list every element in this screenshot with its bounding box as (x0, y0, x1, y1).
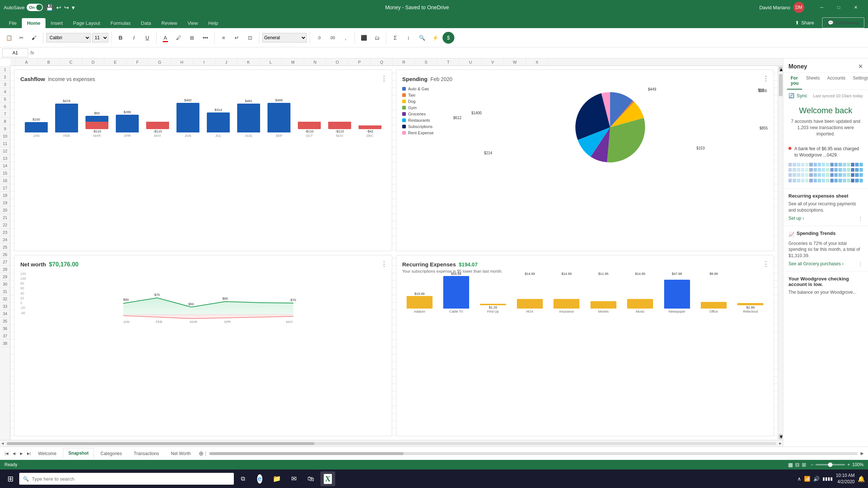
comments-button[interactable]: 💬 Comments (822, 17, 864, 28)
sheet-tab-net-worth[interactable]: Net Worth (165, 448, 196, 458)
italic-button[interactable]: I (128, 32, 140, 44)
setup-link[interactable]: Set up › (788, 216, 804, 221)
zoom-in-button[interactable]: + (847, 462, 850, 467)
sheet-nav-last[interactable]: ▶| (25, 450, 33, 457)
tab-formulas[interactable]: Formulas (105, 18, 136, 28)
networth-menu[interactable]: ⋮ (381, 260, 387, 268)
number-format-selector[interactable]: General (262, 33, 307, 43)
zoom-slider[interactable] (815, 464, 845, 465)
vertical-scrollbar[interactable]: ▲ ▼ (778, 66, 783, 440)
start-button[interactable]: ⊞ (3, 471, 18, 486)
spending-more-icon[interactable]: ⋮ (858, 261, 863, 267)
maximize-button[interactable]: □ (830, 0, 847, 15)
zoom-out-button[interactable]: − (811, 462, 813, 467)
sort-button[interactable]: ↕ (403, 32, 414, 44)
mail-icon[interactable]: ✉ (286, 471, 301, 486)
bold-button[interactable]: B (115, 32, 127, 44)
format-painter-button[interactable]: 🖌 (28, 32, 40, 44)
minimize-button[interactable]: ─ (813, 0, 830, 15)
sheet-more-icon[interactable]: ⋮ (203, 451, 208, 456)
store-icon[interactable]: 🛍 (303, 471, 318, 486)
conditional-format-button[interactable]: ⬛ (358, 32, 370, 44)
scroll-down-arrow[interactable]: ▼ (779, 434, 783, 439)
font-selector[interactable]: Calibri (46, 33, 91, 43)
undo-icon[interactable]: ↩ (56, 4, 61, 11)
file-explorer-icon[interactable]: 📁 (269, 471, 284, 486)
horizontal-scrollbar[interactable]: ◀ ▶ (0, 440, 783, 447)
volume-icon[interactable]: 🔊 (813, 476, 820, 482)
dropdown-icon[interactable]: ▾ (72, 4, 75, 11)
normal-view-icon[interactable]: ▦ (788, 462, 793, 468)
increase-decimal-button[interactable]: .00 (326, 32, 338, 44)
sheet-tab-snapshot[interactable]: Snapshot (63, 448, 94, 459)
tab-data[interactable]: Data (136, 18, 156, 28)
more-button[interactable]: ••• (199, 32, 211, 44)
sheet-tab-welcome[interactable]: Welcome (33, 448, 62, 458)
page-break-view-icon[interactable]: ⊞ (802, 462, 806, 468)
tab-file[interactable]: File (4, 18, 22, 28)
tab-view[interactable]: View (182, 18, 203, 28)
flash-fill-button[interactable]: ⚡ (429, 32, 441, 44)
redo-icon[interactable]: ↪ (64, 4, 69, 11)
sync-button[interactable]: 🔄 Sync (788, 93, 807, 98)
save-icon[interactable]: 💾 (46, 4, 53, 11)
sheet-nav-first[interactable]: |◀ (3, 450, 10, 457)
cell-area[interactable]: Cashflow Income vs expenses ⋮ $100 JAN (10, 66, 778, 440)
network-icon[interactable]: 📶 (804, 476, 810, 482)
scroll-right-arrow[interactable]: ▶ (778, 442, 783, 445)
add-sheet-button[interactable]: ⊕ (199, 450, 203, 457)
spending-menu[interactable]: ⋮ (763, 74, 769, 83)
autosave-toggle[interactable]: On (27, 4, 43, 11)
chevron-up-icon[interactable]: ∧ (797, 476, 801, 482)
panel-tab-accounts[interactable]: Accounts (824, 73, 849, 90)
share-button[interactable]: ⬆ Share (790, 18, 819, 28)
sheet-nav-next[interactable]: ▶ (18, 450, 25, 457)
notification-icon[interactable]: 🔔 (858, 475, 865, 482)
taskbar-clock[interactable]: 10:10 AM 4/2/2020 (836, 472, 855, 485)
sheet-tab-categories[interactable]: Categories (95, 448, 127, 458)
sheet-tab-transactions[interactable]: Transactions (128, 448, 165, 458)
merge-button[interactable]: ⊡ (244, 32, 256, 44)
tab-review[interactable]: Review (156, 18, 182, 28)
borders-button[interactable]: ⊞ (186, 32, 198, 44)
tab-home[interactable]: Home (22, 18, 46, 28)
panel-tab-settings[interactable]: Settings (849, 73, 868, 90)
money-button[interactable]: $ (443, 32, 454, 44)
font-size-selector[interactable]: 11 (92, 33, 108, 43)
tab-help[interactable]: Help (203, 18, 223, 28)
edge-browser-icon[interactable]: e (252, 471, 267, 486)
recurring-menu[interactable]: ⋮ (763, 260, 769, 268)
sheet-scroll-right[interactable]: ▶ (859, 451, 865, 456)
panel-tab-for-you[interactable]: For you (787, 73, 802, 90)
taskbar-search[interactable]: 🔍 (19, 473, 234, 485)
font-color-button[interactable]: A (159, 32, 171, 44)
taskbar-search-input[interactable] (32, 476, 230, 482)
page-layout-view-icon[interactable]: ⊟ (795, 462, 800, 468)
panel-tab-sheets[interactable]: Sheets (802, 73, 823, 90)
close-button[interactable]: ✕ (847, 0, 864, 15)
underline-button[interactable]: U (141, 32, 153, 44)
cashflow-menu[interactable]: ⋮ (381, 74, 387, 83)
scroll-left-arrow[interactable]: ◀ (0, 442, 5, 445)
tab-page-layout[interactable]: Page Layout (68, 18, 105, 28)
h-scroll-track[interactable] (7, 442, 776, 445)
cut-button[interactable]: ✂ (16, 32, 27, 44)
format-table-button[interactable]: 🗂 (371, 32, 383, 44)
h-scroll-thumb[interactable] (7, 442, 314, 445)
find-button[interactable]: 🔍 (416, 32, 428, 44)
formula-input[interactable] (36, 48, 866, 57)
spending-link[interactable]: See all Grocery purchases › (788, 261, 844, 266)
scroll-thumb[interactable] (779, 74, 783, 96)
sum-button[interactable]: Σ (389, 32, 401, 44)
excel-icon[interactable]: X (320, 471, 335, 486)
align-button[interactable]: ≡ (218, 32, 229, 44)
scroll-up-arrow[interactable]: ▲ (779, 67, 783, 72)
decrease-decimal-button[interactable]: .0 (313, 32, 325, 44)
sheet-nav-prev[interactable]: ◀ (10, 450, 18, 457)
paste-button[interactable]: 📋 (3, 32, 15, 44)
panel-close-button[interactable]: ✕ (858, 63, 863, 70)
tab-insert[interactable]: Insert (46, 18, 68, 28)
name-box[interactable] (2, 48, 28, 57)
taskview-button[interactable]: ⧉ (235, 471, 250, 486)
fill-color-button[interactable]: 🖊 (173, 32, 185, 44)
